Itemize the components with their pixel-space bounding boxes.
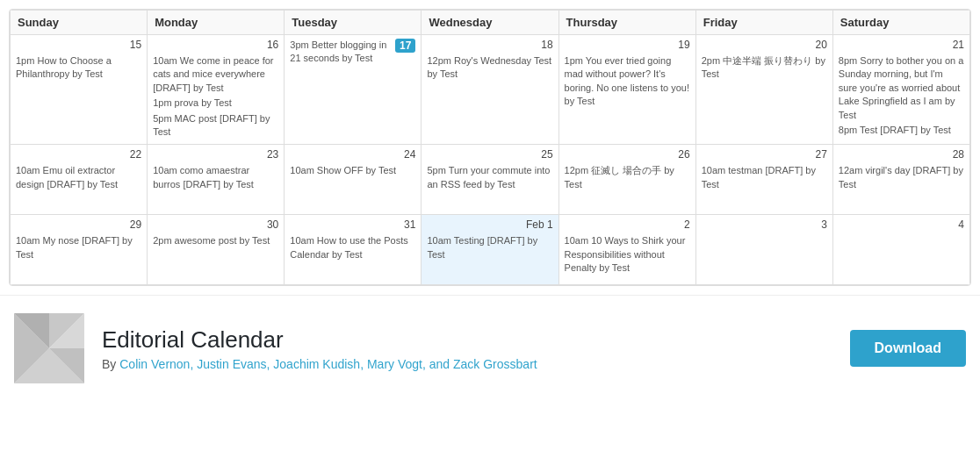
calendar-cell: 302pm awesome post by Test	[148, 215, 285, 285]
plugin-info-section: Editorial Calendar By Colin Vernon, Just…	[0, 295, 980, 401]
plugin-icon	[14, 313, 84, 383]
download-button[interactable]: Download	[850, 330, 966, 367]
calendar-week-1: 2210am Emu oil extractor design [DRAFT] …	[11, 145, 970, 215]
authors-link[interactable]: Colin Vernon, Justin Evans, Joachim Kudi…	[119, 357, 537, 371]
calendar-cell: 2812am virgil's day [DRAFT] by Test	[832, 145, 969, 215]
calendar-cell: 2612pm 征滅し 場合の手 by Test	[558, 145, 695, 215]
calendar-header-saturday: Saturday	[832, 11, 969, 35]
calendar-header-thursday: Thursday	[558, 11, 695, 35]
day-number: 30	[153, 218, 278, 231]
calendar-event[interactable]: 10am Testing [DRAFT] by Test	[427, 234, 552, 261]
day-number: 28	[839, 148, 964, 161]
calendar-cell: 2710am testman [DRAFT] by Test	[695, 145, 832, 215]
calendar-event[interactable]: 1pm You ever tried going mad without pow…	[565, 54, 690, 109]
calendar-cell: 210am 10 Ways to Shirk your Responsibili…	[558, 215, 695, 285]
calendar-cell: 191pm You ever tried going mad without p…	[558, 35, 695, 145]
day-number: 16	[153, 39, 278, 51]
calendar-header-monday: Monday	[148, 11, 285, 35]
calendar-cell: 1610am We come in peace for cats and mic…	[148, 35, 285, 145]
calendar-event[interactable]: 10am 10 Ways to Shirk your Responsibilit…	[565, 234, 690, 275]
day-number: 27	[702, 148, 827, 161]
day-number: 15	[16, 39, 141, 51]
day-number: 29	[16, 218, 141, 231]
calendar-cell: 3	[695, 215, 832, 285]
calendar-event[interactable]: 5pm MAC post [DRAFT] by Test	[153, 112, 278, 140]
day-number: 31	[290, 218, 415, 231]
calendar-header-sunday: Sunday	[11, 11, 148, 35]
day-number: Feb 1	[427, 218, 552, 231]
day-number: 25	[427, 148, 552, 161]
calendar-cell: 218pm Sorry to bother you on a Sunday mo…	[832, 35, 969, 145]
day-number: 18	[427, 39, 552, 51]
day-number: 2	[565, 218, 690, 231]
today-badge: 17	[395, 39, 415, 53]
calendar-cell: 1812pm Roy's Wednesday Test by Test	[422, 35, 558, 145]
calendar-cell: 3110am How to use the Posts Calendar by …	[285, 215, 422, 285]
calendar-event[interactable]: 10am Show OFF by Test	[290, 164, 415, 177]
calendar-event[interactable]: 8pm Sorry to bother you on a Sunday morn…	[839, 54, 964, 122]
calendar-cell: 4	[832, 215, 969, 285]
calendar-event[interactable]: 10am How to use the Posts Calendar by Te…	[290, 234, 415, 261]
calendar-cell: 173pm Better blogging in 21 seconds by T…	[285, 35, 422, 145]
day-number: 26	[565, 148, 690, 161]
plugin-authors: By Colin Vernon, Justin Evans, Joachim K…	[102, 357, 850, 371]
day-number: 21	[839, 39, 964, 51]
day-number: 3	[702, 218, 827, 231]
calendar-event[interactable]: 12pm 征滅し 場合の手 by Test	[565, 164, 690, 191]
calendar-event[interactable]: 10am Emu oil extractor design [DRAFT] by…	[16, 164, 141, 191]
calendar-cell: 2310am como amaestrar burros [DRAFT] by …	[148, 145, 285, 215]
calendar-header-wednesday: Wednesday	[422, 11, 558, 35]
calendar-cell: 202pm 中途半端 振り替わり by Test	[695, 35, 832, 145]
calendar-cell: 255pm Turn your commute into an RSS feed…	[422, 145, 558, 215]
calendar-event[interactable]: 5pm Turn your commute into an RSS feed b…	[427, 164, 552, 191]
calendar-table: SundayMondayTuesdayWednesdayThursdayFrid…	[10, 10, 970, 285]
calendar-wrapper: SundayMondayTuesdayWednesdayThursdayFrid…	[9, 9, 971, 286]
calendar-event[interactable]: 10am como amaestrar burros [DRAFT] by Te…	[153, 164, 278, 191]
calendar-event[interactable]: 10am We come in peace for cats and mice …	[153, 54, 278, 95]
by-label: By	[102, 357, 116, 371]
day-number: 20	[702, 39, 827, 51]
calendar-event[interactable]: 12am virgil's day [DRAFT] by Test	[839, 164, 964, 191]
calendar-cell: 151pm How to Choose a Philanthropy by Te…	[11, 35, 148, 145]
calendar-event[interactable]: 12pm Roy's Wednesday Test by Test	[427, 54, 552, 82]
day-number: 23	[153, 148, 278, 161]
day-number: 22	[16, 148, 141, 161]
calendar-cell: 2210am Emu oil extractor design [DRAFT] …	[11, 145, 148, 215]
calendar-header-tuesday: Tuesday	[285, 11, 422, 35]
calendar-header-friday: Friday	[695, 11, 832, 35]
calendar-cell: 2910am My nose [DRAFT] by Test	[11, 215, 148, 285]
calendar-event[interactable]: 8pm Test [DRAFT] by Test	[839, 124, 964, 137]
calendar-event[interactable]: 2pm awesome post by Test	[153, 234, 278, 247]
calendar-event[interactable]: 1pm prova by Test	[153, 97, 278, 110]
calendar-cell: Feb 110am Testing [DRAFT] by Test	[422, 215, 558, 285]
day-number: 4	[839, 218, 964, 231]
day-number: 19	[565, 39, 690, 51]
calendar-event[interactable]: 2pm 中途半端 振り替わり by Test	[702, 54, 827, 82]
plugin-details: Editorial Calendar By Colin Vernon, Just…	[102, 326, 850, 371]
calendar-week-0: 151pm How to Choose a Philanthropy by Te…	[11, 35, 970, 145]
plugin-title: Editorial Calendar	[102, 326, 850, 354]
calendar-event[interactable]: 10am My nose [DRAFT] by Test	[16, 234, 141, 261]
calendar-week-2: 2910am My nose [DRAFT] by Test302pm awes…	[11, 215, 970, 285]
calendar-event[interactable]: 1pm How to Choose a Philanthropy by Test	[16, 54, 141, 82]
calendar-event[interactable]: 10am testman [DRAFT] by Test	[702, 164, 827, 191]
day-number: 24	[290, 148, 415, 161]
calendar-cell: 2410am Show OFF by Test	[285, 145, 422, 215]
